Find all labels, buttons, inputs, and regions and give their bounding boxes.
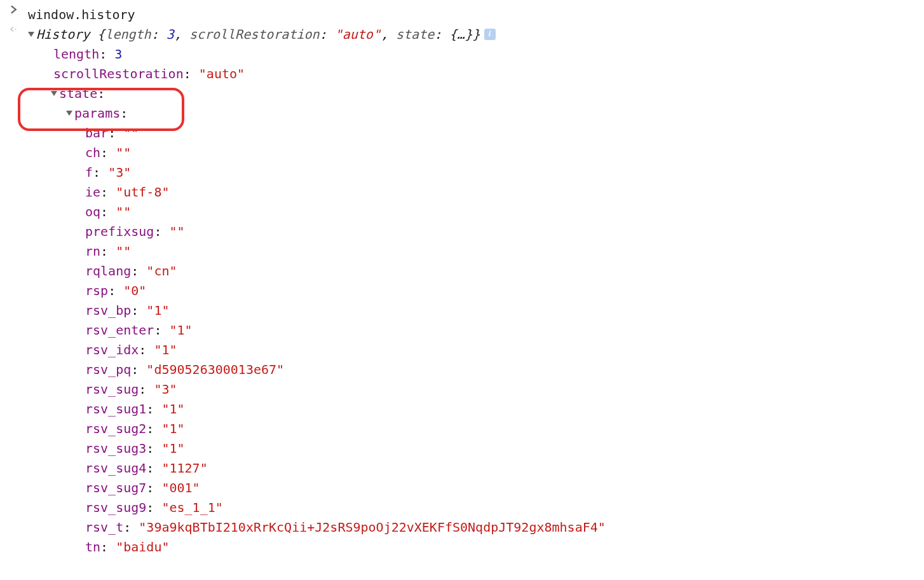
property-value: "39a9kqBTbI210xRrKcQii+J2sRS9poOj22vXEKF…: [139, 520, 606, 535]
property-key: rsv_pq: [85, 362, 131, 377]
property-key: length: [53, 46, 99, 62]
property-value: "d590526300013e67": [146, 362, 284, 377]
property-key: rsv_sug9: [85, 500, 146, 515]
property-key: ch: [85, 145, 100, 160]
property-value: "1": [161, 401, 184, 417]
property-row[interactable]: oq: "": [0, 202, 924, 222]
property-key: rsp: [85, 283, 108, 298]
property-row[interactable]: rn: "": [0, 242, 924, 261]
svg-point-0: [15, 29, 17, 30]
property-value: "1": [161, 421, 184, 436]
property-row[interactable]: rsv_sug4: "1127": [0, 459, 924, 478]
property-row[interactable]: rsv_t: "39a9kqBTbI210xRrKcQii+J2sRS9poOj…: [0, 518, 924, 537]
property-key: rsv_sug: [85, 382, 139, 397]
property-key: params: [74, 106, 120, 121]
property-value: "1": [154, 342, 177, 357]
property-row[interactable]: length: 3: [0, 45, 924, 64]
property-row[interactable]: scrollRestoration: "auto": [0, 64, 924, 84]
property-value: "1": [161, 441, 184, 456]
property-value: "": [116, 244, 131, 259]
property-key: rsv_t: [85, 520, 123, 535]
property-value: "": [123, 125, 139, 141]
property-key: prefixsug: [85, 224, 154, 239]
property-row[interactable]: f: "3": [0, 163, 924, 183]
property-value: "3": [108, 165, 131, 180]
property-key: f: [85, 165, 93, 180]
property-key: oq: [85, 204, 100, 219]
console-input-line[interactable]: window.history: [0, 5, 924, 25]
property-row[interactable]: prefixsug: "": [0, 222, 924, 242]
console-result-line[interactable]: History {length: 3, scrollRestoration: "…: [0, 25, 924, 45]
property-row[interactable]: rsv_sug3: "1": [0, 439, 924, 459]
property-value: "auto": [199, 66, 245, 81]
expand-triangle-icon[interactable]: [51, 91, 57, 96]
property-row[interactable]: rsv_sug1: "1": [0, 399, 924, 419]
property-key: tn: [85, 539, 100, 555]
property-key: rsv_idx: [85, 342, 139, 357]
property-value: "1127": [161, 460, 207, 476]
property-key: rsv_sug3: [85, 441, 146, 456]
property-key: rsv_sug4: [85, 460, 146, 476]
property-value: "cn": [146, 263, 177, 279]
property-key: rsv_enter: [85, 322, 154, 338]
property-row[interactable]: rsv_pq: "d590526300013e67": [0, 360, 924, 380]
property-row[interactable]: tn: "baidu": [0, 537, 924, 557]
expand-triangle-icon[interactable]: [66, 111, 72, 116]
property-key: rsv_bp: [85, 303, 131, 318]
property-value: "001": [161, 480, 200, 495]
property-key: rsv_sug2: [85, 421, 146, 436]
property-row[interactable]: ch: "": [0, 143, 924, 163]
property-value: "0": [123, 283, 146, 298]
property-row[interactable]: rsp: "0": [0, 281, 924, 301]
info-icon[interactable]: i: [484, 29, 496, 40]
property-key: rqlang: [85, 263, 131, 279]
property-row[interactable]: ie: "utf-8": [0, 183, 924, 202]
property-value: "es_1_1": [161, 500, 222, 515]
property-row[interactable]: rsv_bp: "1": [0, 301, 924, 321]
property-row[interactable]: rsv_sug9: "es_1_1": [0, 498, 924, 518]
console-output: window.history History {length: 3, scrol…: [0, 5, 924, 557]
result-summary[interactable]: History {length: 3, scrollRestoration: "…: [28, 25, 924, 45]
property-value: "": [169, 224, 184, 239]
property-value: "1": [169, 322, 192, 338]
property-key: rn: [85, 244, 100, 259]
property-value: "utf-8": [116, 184, 169, 200]
state-row[interactable]: state:: [0, 84, 924, 104]
console-input-text: window.history: [28, 5, 924, 25]
property-value: 3: [114, 46, 122, 62]
property-row[interactable]: rsv_sug2: "1": [0, 419, 924, 439]
property-row[interactable]: rsv_sug: "3": [0, 380, 924, 399]
input-chevron-icon: [0, 5, 28, 14]
params-list: bar: ""ch: ""f: "3"ie: "utf-8"oq: ""pref…: [0, 123, 924, 557]
property-key: state: [59, 86, 97, 101]
property-key: rsv_sug1: [85, 401, 146, 417]
property-row[interactable]: rqlang: "cn": [0, 261, 924, 281]
output-chevron-icon: [0, 25, 28, 34]
property-row[interactable]: rsv_enter: "1": [0, 321, 924, 340]
property-key: bar: [85, 125, 108, 141]
property-value: "3": [154, 382, 177, 397]
property-value: "": [116, 145, 131, 160]
property-row[interactable]: rsv_sug7: "001": [0, 478, 924, 498]
property-key: rsv_sug7: [85, 480, 146, 495]
class-name: History: [36, 27, 90, 42]
property-key: ie: [85, 184, 100, 200]
property-value: "baidu": [116, 539, 169, 555]
property-key: scrollRestoration: [53, 66, 184, 81]
property-row[interactable]: rsv_idx: "1": [0, 340, 924, 360]
property-value: "1": [146, 303, 169, 318]
expand-triangle-icon[interactable]: [28, 32, 34, 37]
property-value: "": [116, 204, 131, 219]
property-row[interactable]: bar: "": [0, 123, 924, 143]
params-row[interactable]: params:: [0, 104, 924, 123]
